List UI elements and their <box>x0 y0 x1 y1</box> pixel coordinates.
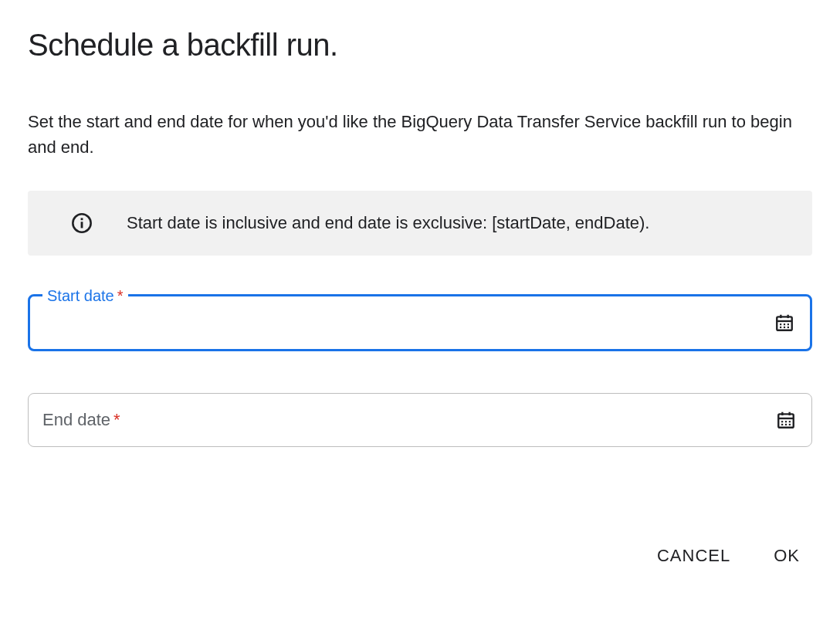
svg-rect-4 <box>777 320 792 322</box>
info-text: Start date is inclusive and end date is … <box>127 213 649 233</box>
svg-rect-15 <box>781 412 783 415</box>
end-date-field: End date* <box>28 393 812 447</box>
cancel-button[interactable]: CANCEL <box>654 540 733 572</box>
svg-rect-7 <box>780 323 781 325</box>
svg-rect-5 <box>780 315 781 318</box>
dialog-actions: CANCEL OK <box>28 540 812 572</box>
calendar-icon[interactable] <box>776 410 796 430</box>
info-icon <box>71 212 93 234</box>
svg-rect-18 <box>785 421 787 422</box>
info-banner: Start date is inclusive and end date is … <box>28 191 812 256</box>
svg-rect-8 <box>784 323 785 325</box>
end-date-input-container[interactable]: End date* <box>28 393 812 447</box>
calendar-icon[interactable] <box>774 313 794 333</box>
start-date-input-container[interactable]: Start date* <box>28 294 812 351</box>
svg-rect-12 <box>788 327 789 328</box>
svg-rect-19 <box>789 421 791 422</box>
start-date-field: Start date* <box>28 294 812 351</box>
svg-rect-17 <box>781 421 783 422</box>
dialog-description: Set the start and end date for when you'… <box>28 109 812 160</box>
svg-rect-21 <box>785 424 787 425</box>
start-date-input[interactable] <box>30 296 810 349</box>
svg-rect-11 <box>784 327 785 328</box>
svg-rect-6 <box>787 315 788 318</box>
ok-button[interactable]: OK <box>771 540 803 572</box>
svg-rect-16 <box>788 412 790 415</box>
start-date-label: Start date* <box>42 287 128 305</box>
end-date-input[interactable] <box>29 394 811 446</box>
svg-rect-14 <box>778 418 794 419</box>
svg-rect-3 <box>777 317 792 330</box>
svg-rect-20 <box>781 424 783 425</box>
svg-rect-22 <box>789 424 791 425</box>
dialog-title: Schedule a backfill run. <box>28 28 812 63</box>
svg-rect-10 <box>780 327 781 328</box>
svg-rect-1 <box>81 222 83 228</box>
svg-rect-2 <box>81 218 83 220</box>
svg-rect-9 <box>788 323 789 325</box>
